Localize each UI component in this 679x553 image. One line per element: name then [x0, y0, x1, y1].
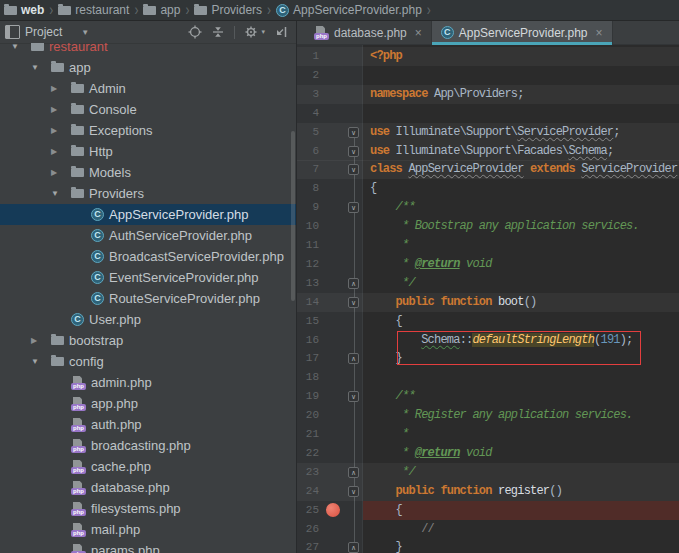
- line-number[interactable]: 27: [297, 538, 319, 553]
- tree-item-config[interactable]: ▼config: [0, 351, 296, 372]
- code-line-4[interactable]: 4: [297, 104, 679, 123]
- line-number[interactable]: 23: [297, 463, 319, 482]
- tree-item-restaurant[interactable]: ▼restaurant: [0, 43, 296, 57]
- fold-marker-icon[interactable]: ∨: [348, 127, 359, 138]
- line-number[interactable]: 22: [297, 444, 319, 463]
- line-number[interactable]: 8: [297, 179, 319, 198]
- fold-marker-icon[interactable]: ∧: [348, 467, 359, 478]
- fold-marker-icon[interactable]: ∨: [348, 486, 359, 497]
- tree-item-auth.php[interactable]: phpauth.php: [0, 414, 296, 435]
- code-line-10[interactable]: 10 * Bootstrap any application services.: [297, 217, 679, 236]
- tree-item-AppServiceProvider.php[interactable]: CAppServiceProvider.php: [0, 204, 296, 225]
- line-number[interactable]: 9: [297, 198, 319, 217]
- breadcrumb-item-restaurant[interactable]: restaurant: [56, 3, 131, 17]
- tree-item-filesystems.php[interactable]: phpfilesystems.php: [0, 498, 296, 519]
- code-line-21[interactable]: 21 *: [297, 425, 679, 444]
- chevron-collapsed-icon[interactable]: ▶: [30, 336, 51, 345]
- fold-marker-icon[interactable]: ∨: [348, 391, 359, 402]
- code-line-5[interactable]: 5∨use Illuminate\Support\ServiceProvider…: [297, 123, 679, 142]
- close-icon[interactable]: ×: [596, 27, 603, 39]
- line-number[interactable]: 21: [297, 425, 319, 444]
- code-line-20[interactable]: 20 * Register any application services.: [297, 406, 679, 425]
- chevron-expanded-icon[interactable]: ▼: [30, 63, 51, 72]
- breadcrumb-item-AppServiceProvider.php[interactable]: CAppServiceProvider.php: [274, 3, 424, 17]
- fold-marker-icon[interactable]: ∨: [348, 164, 359, 175]
- fold-marker-icon[interactable]: ∧: [348, 542, 359, 553]
- fold-marker-icon[interactable]: ∨: [348, 146, 359, 157]
- code-line-9[interactable]: 9∨ /**: [297, 198, 679, 217]
- tab-AppServiceProvider.php[interactable]: CAppServiceProvider.php×: [432, 21, 613, 44]
- code-line-8[interactable]: 8{: [297, 179, 679, 198]
- fold-marker-icon[interactable]: ∧: [348, 353, 359, 364]
- code-line-14[interactable]: 14∨ public function boot(): [297, 293, 679, 312]
- line-number[interactable]: 20: [297, 406, 319, 425]
- hide-panel-icon[interactable]: [274, 25, 288, 39]
- line-number[interactable]: 12: [297, 255, 319, 274]
- tree-item-Admin[interactable]: ▶Admin: [0, 78, 296, 99]
- code-line-18[interactable]: 18: [297, 368, 679, 387]
- code-line-27[interactable]: 27∧ }: [297, 538, 679, 553]
- chevron-collapsed-icon[interactable]: ▶: [50, 168, 71, 177]
- tree-item-EventServiceProvider.php[interactable]: CEventServiceProvider.php: [0, 267, 296, 288]
- line-number[interactable]: 19: [297, 387, 319, 406]
- code-line-1[interactable]: 1<?php: [297, 47, 679, 66]
- tree-item-Console[interactable]: ▶Console: [0, 99, 296, 120]
- line-number[interactable]: 17: [297, 349, 319, 368]
- editor-body[interactable]: 1<?php23namespace App\Providers;45∨use I…: [297, 45, 679, 553]
- line-number[interactable]: 11: [297, 236, 319, 255]
- chevron-collapsed-icon[interactable]: ▶: [50, 105, 71, 114]
- code-line-26[interactable]: 26 //: [297, 520, 679, 539]
- tree-item-AuthServiceProvider.php[interactable]: CAuthServiceProvider.php: [0, 225, 296, 246]
- line-number[interactable]: 5: [297, 123, 319, 142]
- tree-item-admin.php[interactable]: phpadmin.php: [0, 372, 296, 393]
- chevron-expanded-icon[interactable]: ▼: [10, 43, 31, 51]
- chevron-collapsed-icon[interactable]: ▶: [50, 147, 71, 156]
- line-number[interactable]: 26: [297, 520, 319, 539]
- line-number[interactable]: 3: [297, 85, 319, 104]
- tree-item-Http[interactable]: ▶Http: [0, 141, 296, 162]
- tree-item-app.php[interactable]: phpapp.php: [0, 393, 296, 414]
- line-number[interactable]: 2: [297, 66, 319, 85]
- tree-item-database.php[interactable]: phpdatabase.php: [0, 477, 296, 498]
- code-line-22[interactable]: 22 * @return void: [297, 444, 679, 463]
- fold-marker-icon[interactable]: ∨: [348, 297, 359, 308]
- code-line-3[interactable]: 3namespace App\Providers;: [297, 85, 679, 104]
- tree-item-Providers[interactable]: ▼Providers: [0, 183, 296, 204]
- line-number[interactable]: 15: [297, 312, 319, 331]
- tree-item-Exceptions[interactable]: ▶Exceptions: [0, 120, 296, 141]
- code-line-24[interactable]: 24∨ public function register(): [297, 482, 679, 501]
- tree-item-User.php[interactable]: CUser.php: [0, 309, 296, 330]
- line-number[interactable]: 24: [297, 482, 319, 501]
- settings-icon[interactable]: [244, 25, 258, 39]
- code-line-25[interactable]: 25 {: [297, 501, 679, 520]
- tree-item-BroadcastServiceProvider.php[interactable]: CBroadcastServiceProvider.php: [0, 246, 296, 267]
- tree-item-mail.php[interactable]: phpmail.php: [0, 519, 296, 540]
- line-number[interactable]: 6: [297, 142, 319, 161]
- code-line-13[interactable]: 13∧ */: [297, 274, 679, 293]
- close-icon[interactable]: ×: [415, 27, 422, 39]
- chevron-expanded-icon[interactable]: ▼: [30, 357, 51, 366]
- tree-item-params.php[interactable]: phpparams.php: [0, 540, 296, 553]
- tab-database.php[interactable]: phpdatabase.php×: [305, 21, 432, 44]
- breadcrumb-item-web[interactable]: web: [2, 3, 46, 17]
- chevron-collapsed-icon[interactable]: ▶: [50, 126, 71, 135]
- tree-item-cache.php[interactable]: phpcache.php: [0, 456, 296, 477]
- line-number[interactable]: 18: [297, 368, 319, 387]
- code-line-11[interactable]: 11 *: [297, 236, 679, 255]
- chevron-collapsed-icon[interactable]: ▶: [50, 84, 71, 93]
- tree-item-broadcasting.php[interactable]: phpbroadcasting.php: [0, 435, 296, 456]
- code-line-7[interactable]: 7∨class AppServiceProvider extends Servi…: [297, 160, 679, 179]
- code-line-19[interactable]: 19∨ /**: [297, 387, 679, 406]
- breakpoint-icon[interactable]: [326, 503, 340, 517]
- chevron-expanded-icon[interactable]: ▼: [50, 189, 71, 198]
- breadcrumb-item-app[interactable]: app: [141, 3, 182, 17]
- line-number[interactable]: 25: [297, 501, 319, 520]
- code-line-15[interactable]: 15 {: [297, 312, 679, 331]
- line-number[interactable]: 1: [297, 47, 319, 66]
- code-line-2[interactable]: 2: [297, 66, 679, 85]
- locate-icon[interactable]: [188, 25, 202, 39]
- breadcrumb-item-Providers[interactable]: Providers: [192, 3, 264, 17]
- collapse-all-icon[interactable]: [211, 25, 225, 39]
- line-number[interactable]: 16: [297, 331, 319, 350]
- fold-marker-icon[interactable]: ∧: [348, 278, 359, 289]
